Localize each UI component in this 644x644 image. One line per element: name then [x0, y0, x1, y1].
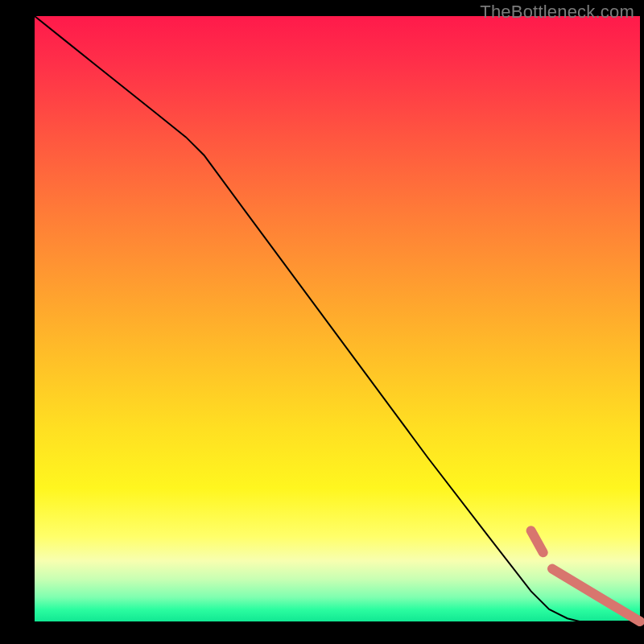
gradient-plot-area [35, 16, 640, 621]
watermark-text: TheBottleneck.com [480, 2, 634, 23]
chart-container: TheBottleneck.com [0, 0, 644, 644]
